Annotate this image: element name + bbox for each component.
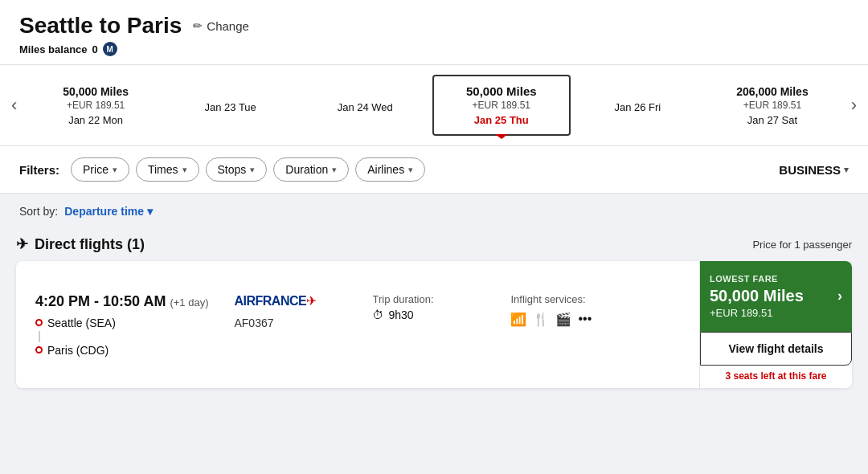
fare-miles: 50,000 Miles [710, 287, 804, 305]
fare-eur: +EUR 189.51 [710, 307, 772, 319]
time-range: 4:20 PM - 10:50 AM (+1 day) [35, 293, 208, 310]
destination-dot [35, 346, 43, 353]
chevron-down-icon: ▾ [332, 165, 337, 175]
prev-date-button[interactable]: ‹ [0, 95, 28, 116]
entertainment-icon: 🎬 [555, 312, 571, 327]
price-label: Price for 1 passenger [752, 239, 852, 251]
filter-duration-button[interactable]: Duration ▾ [273, 157, 349, 182]
chevron-down-icon: ▾ [147, 205, 153, 218]
sort-bar: Sort by: Departure time ▾ [0, 194, 868, 229]
view-flight-details-button[interactable]: View flight details [700, 332, 852, 366]
flight-number: AF0367 [234, 317, 346, 329]
chevron-down-icon: ▾ [408, 165, 413, 175]
flight-card: 4:20 PM - 10:50 AM (+1 day) Seattle (SEA… [16, 261, 852, 388]
plane-icon: ✈ [16, 235, 28, 253]
sort-label: Sort by: [19, 205, 58, 218]
date-item-jan27[interactable]: 206,000 Miles +EUR 189.51 Jan 27 Sat [705, 75, 840, 136]
date-item-jan22[interactable]: 50,000 Miles +EUR 189.51 Jan 22 Mon [28, 75, 163, 136]
filters-bar: Filters: Price ▾ Times ▾ Stops ▾ Duratio… [0, 146, 868, 194]
section-header: ✈ Direct flights (1) Price for 1 passeng… [16, 235, 852, 253]
section-title: ✈ Direct flights (1) [16, 235, 145, 253]
destination-row: Paris (CDG) [35, 344, 208, 357]
filter-times-button[interactable]: Times ▾ [136, 157, 199, 182]
page-header: Seattle to Paris ✏ Change Miles balance … [0, 0, 868, 65]
pencil-icon: ✏ [193, 19, 203, 32]
inflight-label: Inflight services: [510, 293, 623, 305]
sort-button[interactable]: Departure time ▾ [64, 205, 153, 218]
chevron-down-icon: ▾ [250, 165, 255, 175]
chevron-down-icon: ▾ [182, 165, 187, 175]
trip-duration-section: Trip duration: ⏱ 9h30 [372, 293, 485, 321]
origin-dot [35, 319, 43, 326]
chevron-down-icon: ▾ [113, 165, 117, 175]
date-item-jan26[interactable]: Jan 26 Fri [571, 75, 706, 136]
trip-duration-value: ⏱ 9h30 [372, 309, 485, 321]
next-date-button[interactable]: › [840, 95, 868, 116]
route: Seattle (SEA) Paris (CDG) [35, 317, 208, 357]
fare-arrow-icon: › [837, 288, 842, 304]
date-item-jan25[interactable]: 50,000 Miles +EUR 189.51 Jan 25 Thu [432, 75, 571, 136]
more-icon: ••• [578, 312, 592, 326]
flight-info: 4:20 PM - 10:50 AM (+1 day) Seattle (SEA… [16, 261, 699, 388]
fare-badge: Lowest fare [710, 274, 778, 284]
main-content: ✈ Direct flights (1) Price for 1 passeng… [0, 229, 868, 401]
meal-icon: 🍴 [533, 312, 549, 327]
wifi-icon: 📶 [510, 312, 526, 327]
fare-section: Lowest fare 50,000 Miles › +EUR 189.51 V… [699, 261, 852, 388]
seats-left: 3 seats left at this fare [700, 366, 852, 388]
route-line [39, 331, 40, 342]
flight-top: 4:20 PM - 10:50 AM (+1 day) Seattle (SEA… [35, 293, 680, 357]
date-item-jan24[interactable]: Jan 24 Wed [297, 75, 432, 136]
trip-duration-label: Trip duration: [372, 293, 485, 305]
inflight-section: Inflight services: 📶 🍴 🎬 ••• [510, 293, 623, 327]
miles-badge-icon: M [103, 42, 117, 56]
filter-stops-button[interactable]: Stops ▾ [206, 157, 268, 182]
date-item-jan23[interactable]: Jan 23 Tue [163, 75, 298, 136]
date-list: 50,000 Miles +EUR 189.51 Jan 22 Mon Jan … [28, 75, 839, 136]
change-button[interactable]: ✏ Change [193, 19, 249, 33]
airline-name: AIRFRANCE✈ [234, 293, 346, 309]
date-selector: ‹ 50,000 Miles +EUR 189.51 Jan 22 Mon Ja… [0, 65, 868, 146]
inflight-icons: 📶 🍴 🎬 ••• [510, 312, 623, 327]
filter-airlines-button[interactable]: Airlines ▾ [355, 157, 425, 182]
filter-price-button[interactable]: Price ▾ [71, 157, 129, 182]
miles-balance: Miles balance 0 M [19, 42, 849, 56]
filters-label: Filters: [19, 163, 59, 177]
flight-times: 4:20 PM - 10:50 AM (+1 day) Seattle (SEA… [35, 293, 208, 357]
chevron-down-icon: ▾ [844, 165, 849, 175]
airline-section: AIRFRANCE✈ AF0367 [234, 293, 346, 329]
cabin-class-button[interactable]: BUSINESS ▾ [779, 163, 849, 177]
origin-row: Seattle (SEA) [35, 317, 208, 329]
clock-icon: ⏱ [372, 309, 383, 321]
page-title: Seattle to Paris [19, 13, 182, 39]
lowest-fare-button[interactable]: Lowest fare 50,000 Miles › +EUR 189.51 [700, 261, 852, 332]
